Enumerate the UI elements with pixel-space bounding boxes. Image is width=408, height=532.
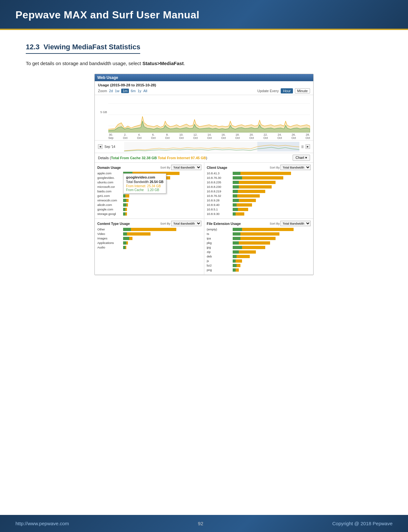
ext-bar-deb xyxy=(233,255,311,258)
domain-sort: Sort By Total Bandwidth xyxy=(160,165,201,170)
client-bar-6 xyxy=(233,194,311,198)
axis-6oct: 6.Oct xyxy=(151,133,156,140)
details-header: Details (Total From Cache 32.38 GB Total… xyxy=(95,153,313,163)
client-row-7: 10.8.9.28 xyxy=(207,198,311,202)
ext-bar-png xyxy=(233,268,311,272)
client-label-1: 10.8.41.3 xyxy=(207,171,233,175)
content-row-images: Images xyxy=(97,237,201,240)
ext-label-empty: (empty) xyxy=(207,227,233,231)
ext-label-deb: deb xyxy=(207,255,233,258)
ext-label-js: js xyxy=(207,259,233,263)
content-type-col: Content Type Usage Sort By Total Bandwid… xyxy=(95,219,204,275)
client-sort-select[interactable]: Total Bandwidth xyxy=(280,165,311,170)
ext-bar-empty xyxy=(233,228,311,231)
mini-chart-label: Sep '14 xyxy=(104,145,122,149)
axis-22oct: 22.Oct xyxy=(263,133,268,140)
domain-label-ubuntu: ubuntu.com xyxy=(97,180,123,184)
domain-label-apple: apple.com xyxy=(97,171,123,175)
axis-16oct: 16.Oct xyxy=(221,133,226,140)
axis-8oct: 8.Oct xyxy=(165,133,170,140)
axis-12oct: 12.Oct xyxy=(193,133,198,140)
axis-28oct: 28.Oct xyxy=(306,133,310,140)
client-label-5: 10.8.8.219 xyxy=(207,189,233,193)
client-label-6: 10.8.76.32 xyxy=(207,194,233,198)
update-hour[interactable]: Hour xyxy=(281,88,293,93)
domain-label-baidu: baidu.com xyxy=(97,189,123,193)
web-usage-titlebar: Web Usage xyxy=(95,74,313,81)
file-ext-col: File Extension Usage Sort By Total Bandw… xyxy=(204,219,314,275)
domain-row-alicdn: alicdn.com xyxy=(97,203,201,207)
domain-row-gvt1: gvt1.com xyxy=(97,194,201,198)
client-label-8: 10.8.9.40 xyxy=(207,203,233,207)
ext-label-zip: zip xyxy=(207,250,233,254)
fileext-sort-select[interactable]: Total Bandwidth xyxy=(280,221,311,226)
update-label: Update Every xyxy=(257,89,279,93)
internet-total: Total From Internet 97.45 GB xyxy=(158,156,206,160)
content-row-applications: Applications xyxy=(97,241,201,245)
tooltip-internet: From Internet 25.34 GB xyxy=(126,184,163,188)
footer-copyright: Copyright @ 2018 Pepwave xyxy=(332,521,393,526)
content-row-audio: Audio xyxy=(97,246,201,249)
ext-bar-ts xyxy=(233,232,311,236)
client-label-9: 10.8.5.1 xyxy=(207,208,233,211)
ext-row-empty: (empty) xyxy=(207,227,311,231)
axis-24oct: 24.Oct xyxy=(277,133,282,140)
domain-sort-select[interactable]: Total Bandwidth xyxy=(171,165,201,170)
content-label-audio: Audio xyxy=(97,246,123,249)
domain-label-alicdn: alicdn.com xyxy=(97,203,123,207)
content-label-other: Other xyxy=(97,227,123,231)
content-sort-select[interactable]: Total Bandwidth xyxy=(171,221,201,226)
content-bar-images xyxy=(123,237,201,240)
zoom-all[interactable]: All xyxy=(143,89,147,93)
domain-bar-gvt1 xyxy=(123,194,201,198)
zoom-1w[interactable]: 1w xyxy=(115,89,119,93)
zoom-1m[interactable]: 1m xyxy=(121,89,129,93)
ext-label-pkg: pkg xyxy=(207,241,233,245)
content-bar-applications xyxy=(123,241,201,245)
ext-bar-jpg xyxy=(233,246,311,249)
ext-bar-ipa xyxy=(233,237,311,240)
mini-nav-right[interactable]: ► xyxy=(306,144,310,149)
mini-chart xyxy=(124,142,299,151)
client-label-2: 10.8.76.30 xyxy=(207,176,233,179)
chart-button[interactable]: Chart ▾ xyxy=(293,155,310,161)
domain-row-google: google.com xyxy=(97,208,201,211)
client-bar-9 xyxy=(233,208,311,211)
zoom-2d[interactable]: 2d xyxy=(109,89,113,93)
domain-bar-storage xyxy=(123,212,201,216)
mini-chart-row: ◄ Sep '14 ||| ► xyxy=(95,140,313,153)
domain-bar-alicdn xyxy=(123,203,201,207)
client-bar-10 xyxy=(233,212,311,216)
section-title: 12.3 Viewing MediaFast Statistics xyxy=(26,43,140,54)
ext-row-js: js xyxy=(207,259,311,263)
content-type-header: Content Type Usage Sort By Total Bandwid… xyxy=(97,221,201,226)
ext-bar-zip xyxy=(233,250,311,254)
content-label-applications: Applications xyxy=(97,241,123,245)
zoom-controls: Zoom 2d 1w 1m 6m 1y All xyxy=(98,89,147,93)
domain-bar-vimeocdn xyxy=(123,199,201,202)
main-chart-area: 5 GB 30.Sep 2 xyxy=(95,95,313,140)
domain-label-google: google.com xyxy=(97,208,123,211)
client-bar-8 xyxy=(233,203,311,207)
content-row-video: Video xyxy=(97,232,201,236)
update-controls: Update Every Hour Minute xyxy=(257,88,310,93)
footer-link: http://www.pepwave.com xyxy=(15,521,69,526)
client-bar-3 xyxy=(233,181,311,184)
content-label-video: Video xyxy=(97,232,123,236)
ext-label-bz2: bz2 xyxy=(207,264,233,267)
scroll-indicator: ||| xyxy=(301,145,304,148)
zoom-6m[interactable]: 6m xyxy=(131,89,136,93)
section-description: To get details on storage and bandwidth … xyxy=(26,60,382,67)
client-bar-4 xyxy=(233,185,311,189)
update-minute[interactable]: Minute xyxy=(295,88,310,93)
domain-usage-header: Domain Usage Sort By Total Bandwidth xyxy=(97,165,201,170)
axis-10oct: 10.Oct xyxy=(179,133,184,140)
client-row-2: 10.8.76.30 xyxy=(207,176,311,179)
ext-row-ts: ts xyxy=(207,232,311,236)
mini-nav-left[interactable]: ◄ xyxy=(98,144,102,149)
googlevideo-tooltip: googlevideo.com Total Bandwidth 26.54 GB… xyxy=(123,173,166,194)
client-row-1: 10.8.41.3 xyxy=(207,171,311,175)
zoom-1y[interactable]: 1y xyxy=(138,89,141,93)
domain-usage-col: Domain Usage Sort By Total Bandwidth app… xyxy=(95,163,204,218)
ext-row-png: png xyxy=(207,268,311,272)
